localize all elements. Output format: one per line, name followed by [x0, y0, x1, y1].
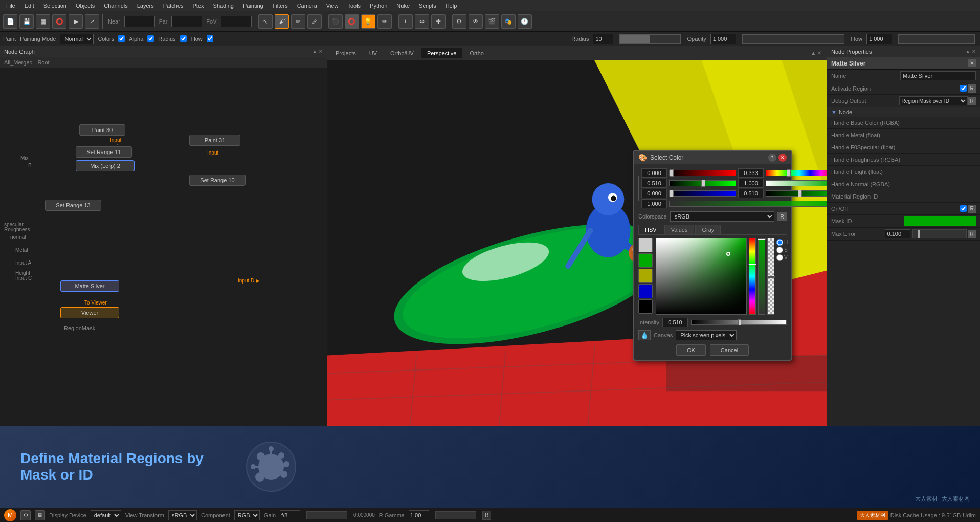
menu-python[interactable]: Python: [366, 2, 391, 10]
toolbar-render2-btn[interactable]: 🎭: [501, 14, 516, 29]
toolbar-play-btn[interactable]: ▶: [69, 14, 83, 29]
np-activate-r-btn[interactable]: R: [968, 84, 976, 93]
menu-patches[interactable]: Patches: [159, 2, 188, 10]
cp-ok-btn[interactable]: OK: [676, 344, 706, 356]
cp-alpha-bar[interactable]: [758, 238, 765, 315]
menu-camera[interactable]: Camera: [293, 2, 321, 10]
cp-swatch-1[interactable]: [638, 253, 653, 268]
status-btn1[interactable]: ⚙: [20, 510, 31, 520]
menu-shading[interactable]: Shading: [209, 2, 238, 10]
vp-tab-ortho[interactable]: Ortho: [463, 48, 490, 58]
toolbar-paint2-btn[interactable]: ✏: [291, 14, 305, 29]
np-node-section[interactable]: ▼ Node: [827, 107, 980, 117]
np-maxerror-r-btn[interactable]: R: [968, 230, 976, 238]
near-input[interactable]: [124, 16, 155, 27]
toolbar-arrow-btn[interactable]: ↗: [85, 14, 99, 29]
cp-radio-s-input[interactable]: [776, 247, 783, 253]
r-btn[interactable]: R: [482, 511, 491, 520]
cp-swatch-3[interactable]: [638, 284, 653, 298]
r-gamma-slider[interactable]: [435, 511, 476, 519]
cp-gradient[interactable]: [656, 238, 747, 315]
cp-h-input[interactable]: 0.333: [738, 168, 764, 178]
cp-r-slider[interactable]: [669, 170, 736, 176]
np-onoff-r-btn[interactable]: R: [968, 205, 976, 213]
cp-titlebar[interactable]: 🎨 Select Color ? ✕: [634, 151, 791, 164]
toolbar-pencil-btn[interactable]: ✏: [377, 14, 392, 29]
flow-checkbox[interactable]: [207, 35, 213, 42]
node-matte-silver[interactable]: Matte Silver: [60, 280, 119, 292]
node-set-range10[interactable]: Set Range 10: [189, 175, 246, 186]
vp-tab-perspective[interactable]: Perspective: [421, 48, 462, 58]
cp-radio-h-input[interactable]: [776, 239, 783, 246]
cp-main-swatch[interactable]: [638, 176, 639, 201]
node-set-range11[interactable]: Set Range 11: [76, 146, 132, 158]
node-input2[interactable]: Input: [207, 150, 218, 156]
cp-b-input[interactable]: 0.000: [641, 189, 667, 198]
np-debug-r-btn[interactable]: R: [968, 97, 976, 105]
cp-swatch-4[interactable]: [638, 299, 653, 314]
menu-help[interactable]: Help: [441, 2, 461, 10]
menu-objects[interactable]: Objects: [72, 2, 99, 10]
vp-ctrl-arrows[interactable]: ▲ ✕: [811, 50, 821, 56]
cp-cancel-btn[interactable]: Cancel: [710, 344, 749, 356]
vp-tab-orthouv[interactable]: Ortho/UV: [384, 48, 420, 58]
cp-colorspace-select[interactable]: sRGB: [670, 211, 774, 222]
toolbar-sphere2-btn[interactable]: ⭕: [345, 14, 359, 29]
node-input1[interactable]: Input: [110, 137, 121, 143]
toolbar-cross-btn[interactable]: ✚: [431, 14, 446, 29]
cp-eyedropper-btn[interactable]: 💧: [638, 330, 651, 340]
node-paint30[interactable]: Paint 30: [79, 124, 125, 136]
node-set-range13[interactable]: Set Range 13: [45, 200, 101, 211]
toolbar-plus-btn[interactable]: +: [398, 14, 413, 29]
cp-radio-h[interactable]: H: [776, 239, 787, 246]
toolbar-save-btn[interactable]: 💾: [19, 14, 34, 29]
menu-tools[interactable]: Tools: [343, 2, 365, 10]
gain-slider[interactable]: [306, 511, 347, 519]
cp-b-slider[interactable]: [669, 190, 736, 197]
menu-view[interactable]: View: [322, 2, 343, 10]
cp-g-slider[interactable]: [669, 180, 736, 186]
np-activate-checkbox[interactable]: [960, 85, 967, 92]
toolbar-brush-btn[interactable]: 🖊: [307, 14, 322, 29]
menu-scripts[interactable]: Scripts: [415, 2, 440, 10]
vp-tab-projects[interactable]: Projects: [329, 48, 362, 58]
cp-intensity-input[interactable]: 0.510: [662, 318, 688, 327]
radius2-input[interactable]: [593, 34, 613, 44]
far-input[interactable]: [171, 16, 202, 27]
cp-s-input[interactable]: 1.000: [738, 179, 764, 188]
alpha-checkbox[interactable]: [147, 35, 154, 42]
toolbar-light-btn[interactable]: 💡: [361, 14, 375, 29]
menu-painting[interactable]: Painting: [239, 2, 268, 10]
np-maxerror-slider[interactable]: [912, 229, 967, 238]
cp-a-input[interactable]: 1.000: [641, 199, 667, 208]
np-node-close[interactable]: ✕: [968, 59, 976, 67]
menu-channels[interactable]: Channels: [100, 2, 131, 10]
fov-input[interactable]: [221, 16, 252, 27]
menu-ptex[interactable]: Ptex: [189, 2, 208, 10]
menu-layers[interactable]: Layers: [133, 2, 158, 10]
cp-close-btn[interactable]: ✕: [778, 154, 787, 162]
cp-a-slider[interactable]: [669, 201, 827, 207]
cp-intensity-slider[interactable]: [691, 320, 787, 325]
cp-s-slider[interactable]: [766, 180, 827, 186]
toolbar-paint-btn[interactable]: 🖌: [275, 14, 289, 29]
toolbar-circle-btn[interactable]: ⭕: [52, 14, 66, 29]
toolbar-render-btn[interactable]: 🎬: [485, 14, 499, 29]
status-btn2[interactable]: 🖥: [35, 510, 45, 520]
cp-tab-values[interactable]: Values: [664, 225, 695, 234]
cp-swatch-0[interactable]: [638, 238, 653, 252]
radius-checkbox[interactable]: [180, 35, 187, 42]
cp-r-input[interactable]: 0.000: [641, 168, 667, 178]
menu-filters[interactable]: Filters: [269, 2, 292, 10]
cp-h-slider[interactable]: [766, 170, 827, 176]
cp-v-input[interactable]: 0.510: [738, 189, 764, 198]
colors-checkbox[interactable]: [118, 35, 125, 42]
toolbar-eye-btn[interactable]: 👁: [469, 14, 483, 29]
node-paint31[interactable]: Paint 31: [189, 135, 240, 146]
np-name-input[interactable]: [900, 71, 976, 80]
cp-canvas-select[interactable]: Pick screen pixels: [676, 330, 737, 340]
flow2-input[interactable]: [866, 34, 892, 44]
cp-radio-v[interactable]: V: [776, 254, 787, 261]
node-viewer[interactable]: Viewer: [60, 307, 119, 318]
cp-swatch-2[interactable]: [638, 269, 653, 283]
